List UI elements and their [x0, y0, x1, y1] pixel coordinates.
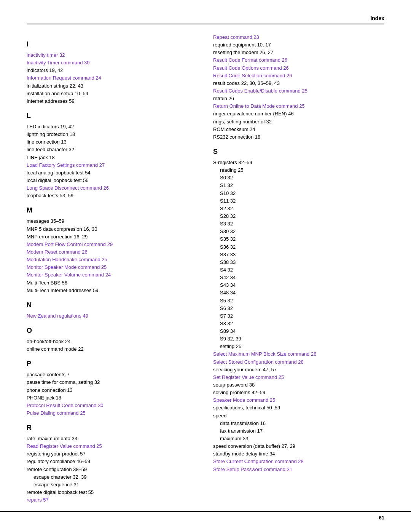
- index-entry: initialization strings 22, 43: [27, 82, 198, 90]
- index-entry: S3 32: [213, 220, 384, 228]
- index-entry: Monitor Speaker Mode command 25: [27, 264, 198, 271]
- index-entry: S0 32: [213, 174, 384, 182]
- page-footer: 61: [0, 511, 411, 521]
- section-block: Mmessages 35–59MNP 5 data compression 16…: [27, 206, 198, 294]
- index-entry: remote digital loopback test 55: [27, 489, 198, 496]
- index-entry: Select Stored Configuration command 28: [213, 358, 384, 366]
- section-letter: R: [27, 424, 198, 432]
- index-entry: Inactivity Timer command 30: [27, 59, 198, 67]
- index-entry: Multi-Tech Internet addresses 59: [27, 287, 198, 294]
- section-block: Rrate, maximum data 33Read Register Valu…: [27, 424, 198, 504]
- section-letter: S: [213, 148, 384, 156]
- index-entry: solving problems 42–59: [213, 389, 384, 396]
- section-block: LLED indicators 19, 42lightning protecti…: [27, 112, 198, 200]
- page-header: Index: [27, 15, 384, 24]
- index-entry: result codes 22, 30, 35–59, 43: [213, 80, 384, 87]
- index-entry: S89 34: [213, 328, 384, 335]
- index-entry: New Zealand regulations 49: [27, 312, 198, 320]
- index-entry: escape sequence 31: [27, 481, 198, 489]
- index-entry: Information Request command 24: [27, 74, 198, 82]
- index-entry: standby mode delay time 34: [213, 450, 384, 458]
- index-entry: speed: [213, 412, 384, 420]
- index-entry: Protocol Result Code command 30: [27, 402, 198, 409]
- index-entry: RS232 connection 18: [213, 133, 384, 141]
- index-entry: rate, maximum data 33: [27, 435, 198, 443]
- index-entry: indicators 19, 42: [27, 67, 198, 74]
- index-entry: servicing your modem 47, 57: [213, 366, 384, 374]
- header-title: Index: [370, 15, 384, 21]
- index-entry: S10 32: [213, 190, 384, 197]
- index-entry: installation and setup 10–59: [27, 90, 198, 97]
- index-entry: Monitor Speaker Volume command 24: [27, 271, 198, 279]
- index-entry: setup password 38: [213, 381, 384, 389]
- index-entry: ROM checksum 24: [213, 126, 384, 133]
- index-entry: lightning protection 18: [27, 131, 198, 138]
- index-entry: PHONE jack 18: [27, 394, 198, 402]
- index-entry: maximum 33: [213, 435, 384, 443]
- index-entry: regulatory compliance 46–59: [27, 458, 198, 465]
- index-entry: S35 32: [213, 235, 384, 243]
- index-entry: Select Maximum MNP Block Size command 28: [213, 350, 384, 358]
- index-entry: online command mode 22: [27, 345, 198, 353]
- index-entry: Internet addresses 59: [27, 97, 198, 105]
- index-entry: remote configuration 38–59: [27, 466, 198, 473]
- index-entry: local digital loopback test 56: [27, 177, 198, 184]
- index-entry: pause time for comma, setting 32: [27, 379, 198, 386]
- index-entry: S1 32: [213, 182, 384, 189]
- index-columns: Iinactivity timer 32Inactivity Timer com…: [27, 34, 384, 506]
- section-letter: L: [27, 112, 198, 120]
- index-entry: S36 32: [213, 243, 384, 251]
- index-entry: S8 32: [213, 320, 384, 328]
- index-entry: Read Register Value command 25: [27, 443, 198, 450]
- index-entry: line connection 13: [27, 138, 198, 146]
- index-entry: registering your product 57: [27, 450, 198, 458]
- index-entry: Result Code Format command 26: [213, 56, 384, 64]
- section-block: Repeat command 23required equipment 10, …: [213, 34, 384, 141]
- index-entry: Result Codes Enable/Disable command 25: [213, 87, 384, 95]
- index-entry: local analog loopback test 54: [27, 169, 198, 177]
- index-entry: rings, setting number of 32: [213, 118, 384, 126]
- index-entry: Speaker Mode command 25: [213, 396, 384, 404]
- index-entry: S5 32: [213, 297, 384, 305]
- index-entry: line feed character 32: [27, 146, 198, 153]
- index-entry: Return Online to Data Mode command 25: [213, 102, 384, 110]
- index-entry: phone connection 13: [27, 387, 198, 394]
- section-block: NNew Zealand regulations 49: [27, 301, 198, 320]
- index-entry: messages 35–59: [27, 217, 198, 225]
- left-column: Iinactivity timer 32Inactivity Timer com…: [27, 34, 198, 506]
- index-entry: MNP 5 data compression 16, 30: [27, 225, 198, 233]
- right-column: Repeat command 23required equipment 10, …: [213, 34, 384, 506]
- index-entry: S6 32: [213, 305, 384, 312]
- index-entry: Result Code Options command 26: [213, 64, 384, 72]
- index-entry: MNP error correction 16, 29: [27, 233, 198, 241]
- index-entry: repairs 57: [27, 496, 198, 504]
- index-entry: Long Space Disconnect command 26: [27, 184, 198, 192]
- index-entry: retrain 26: [213, 95, 384, 102]
- index-entry: required equipment 10, 17: [213, 41, 384, 49]
- section-block: SS-registers 32–59reading 25S0 32S1 32S1…: [213, 148, 384, 473]
- index-entry: Multi-Tech BBS 58: [27, 279, 198, 287]
- index-entry: S4 32: [213, 266, 384, 274]
- index-entry: Store Current Configuration command 28: [213, 458, 384, 465]
- section-letter: N: [27, 301, 198, 309]
- index-entry: on-hook/off-hook 24: [27, 338, 198, 345]
- page-container: Index Iinactivity timer 32Inactivity Tim…: [0, 0, 411, 532]
- index-entry: setting 25: [213, 343, 384, 350]
- index-entry: Load Factory Settings command 27: [27, 161, 198, 169]
- index-entry: speed conversion (data buffer) 27, 29: [213, 443, 384, 450]
- page-number: 61: [379, 515, 384, 521]
- index-entry: S-registers 32–59: [213, 159, 384, 166]
- index-entry: ringer equivalence number (REN) 46: [213, 110, 384, 118]
- section-letter: P: [27, 360, 198, 368]
- index-entry: fax transmission 17: [213, 427, 384, 435]
- index-entry: S7 32: [213, 312, 384, 320]
- index-entry: LINE jack 18: [27, 154, 198, 161]
- index-entry: resetting the modem 26, 27: [213, 49, 384, 56]
- section-letter: O: [27, 327, 198, 335]
- section-letter: M: [27, 206, 198, 214]
- index-entry: S48 34: [213, 289, 384, 297]
- index-entry: Modem Reset command 26: [27, 248, 198, 256]
- index-entry: Modulation Handshake command 25: [27, 256, 198, 264]
- index-entry: escape character 32, 39: [27, 473, 198, 481]
- section-letter: I: [27, 40, 198, 48]
